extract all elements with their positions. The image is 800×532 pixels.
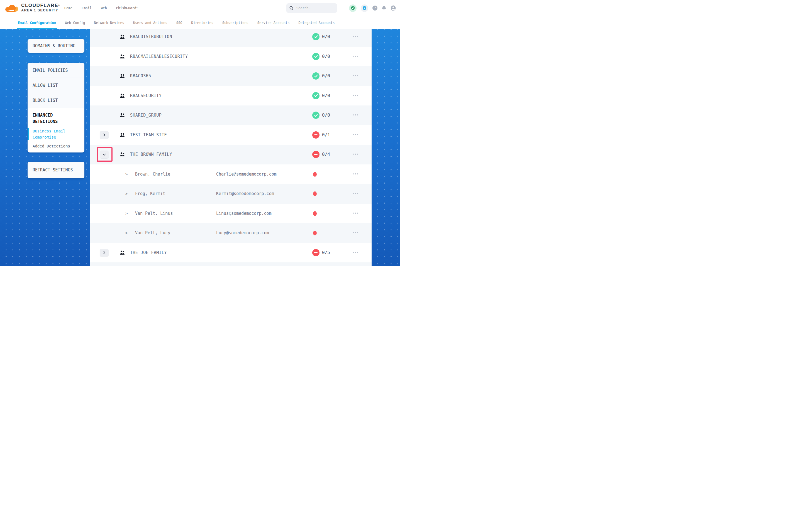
sidebar-item-allow-list[interactable]: ALLOW LIST [28,78,85,93]
group-people-icon [120,250,126,256]
nav-item-home[interactable]: Home [64,6,72,10]
sidebar-card-domains-routing: DOMAINS & ROUTING [28,39,85,53]
sidebar-item-email-policies[interactable]: EMAIL POLICIES [28,63,85,78]
row-actions-menu[interactable] [353,134,358,135]
row-actions-menu[interactable] [353,213,358,214]
member-name: Brown, Charlie [135,165,170,184]
right-background-panel [371,29,400,266]
status-pass-badge [312,112,320,119]
group-people-icon [120,133,126,138]
sidebar-card-policies: EMAIL POLICIES ALLOW LIST BLOCK LIST ENH… [28,63,85,152]
tab-subscriptions[interactable]: Subscriptions [222,16,249,29]
sidebar-item-business-email-compromise[interactable]: Business Email Compromise [28,128,69,140]
expand-group-button[interactable] [100,131,109,139]
group-people-icon [120,113,126,119]
member-email: Charlie@somedemocorp.com [216,165,277,184]
directory-list: RBACDISTRUBUTION0/0RBACMAILENABLESECURIT… [90,29,371,266]
search-input[interactable] [296,6,332,10]
search-box[interactable] [286,3,337,13]
row-actions-menu[interactable] [353,154,358,155]
detection-count: 0/0 [322,29,330,47]
row-actions-menu[interactable] [353,252,358,253]
status-fail-badge [312,249,320,256]
member-name: Frog, Kermit [135,184,165,204]
enhanced-detections-section: ENHANCED DETECTIONS Business Email Compr… [28,108,85,148]
nav-item-phishguard[interactable]: PhishGuard™ [116,6,138,10]
member-email: Linus@somedemocorp.com [216,204,272,224]
group-row: THE BROWN FAMILY0/4 [90,145,371,165]
cloudflare-cloud-icon [4,2,20,14]
tab-delegated-accounts[interactable]: Delegated Accounts [298,16,334,29]
status-pass-badge [312,33,320,40]
row-actions-menu[interactable] [353,232,358,233]
sidebar-item-block-list[interactable]: BLOCK LIST [28,93,85,108]
sidebar-item-retract-settings[interactable]: RETRACT SETTINGS [28,162,85,178]
sidebar-item-domains-routing[interactable]: DOMAINS & ROUTING [28,39,85,53]
member-name: Van Pelt, Linus [135,204,173,224]
member-expand-chevron[interactable]: > [125,165,128,184]
group-people-icon [120,74,126,80]
settings-gear-icon[interactable] [361,4,368,12]
member-email: Lucy@somedemocorp.com [216,223,269,243]
detection-count: 0/0 [322,106,330,125]
tab-service-accounts[interactable]: Service Accounts [257,16,290,29]
member-status-dot [313,231,317,235]
member-row: >Van Pelt, LinusLinus@somedemocorp.com [90,204,371,224]
member-row: >Van Pelt, LucyLucy@somedemocorp.com [90,223,371,243]
tab-sso[interactable]: SSO [176,16,182,29]
brand-subname: AREA 1 SECURITY [21,8,60,13]
detection-count: 0/0 [322,66,330,86]
nav-item-web[interactable]: Web [101,6,107,10]
group-row: SHARED_GROUP0/0 [90,106,371,125]
member-row: >Frog, KermitKermit@somedemocorp.com [90,184,371,204]
group-name: THE JOE FAMILY [130,243,167,263]
header-icon-group: ? [349,0,396,16]
left-sidebar: DOMAINS & ROUTING EMAIL POLICIES ALLOW L… [0,29,90,266]
status-fail-badge [312,151,320,158]
member-name: Van Pelt, Lucy [135,223,170,243]
row-actions-menu[interactable] [353,75,358,76]
tab-web-config[interactable]: Web Config [65,16,85,29]
cloudflare-logo: CLOUDFLARE® AREA 1 SECURITY [4,1,60,14]
member-status-dot [313,211,317,216]
group-name: RBACMAILENABLESECURITY [130,47,188,66]
tab-email-configuration[interactable]: Email Configuration [18,16,56,29]
help-icon[interactable]: ? [372,5,378,11]
sidebar-item-added-detections[interactable]: Added Detections [28,144,85,148]
tab-directories[interactable]: Directories [191,16,213,29]
user-account-icon[interactable] [390,5,396,11]
member-status-dot [313,191,317,196]
secondary-tab-bar: Email ConfigurationWeb ConfigNetwork Dev… [0,16,400,29]
shield-check-icon[interactable] [349,4,357,12]
member-expand-chevron[interactable]: > [125,184,128,204]
group-row: RBACO3650/0 [90,66,371,86]
sidebar-card-retract: RETRACT SETTINGS [28,162,85,178]
notifications-bell-icon[interactable] [382,5,386,11]
group-people-icon [120,152,126,158]
member-expand-chevron[interactable]: > [125,223,128,243]
group-name: THE BROWN FAMILY [130,145,172,165]
group-name: RBACO365 [130,66,151,86]
tab-network-devices[interactable]: Network Devices [94,16,124,29]
group-row: RBACSECURITY0/0 [90,86,371,106]
nav-item-email[interactable]: Email [81,6,92,10]
row-actions-menu[interactable] [353,173,358,174]
page: CLOUDFLARE® AREA 1 SECURITY Home Email W… [0,0,400,266]
row-actions-menu[interactable] [353,36,358,37]
member-expand-chevron[interactable]: > [125,204,128,224]
top-header: CLOUDFLARE® AREA 1 SECURITY Home Email W… [0,0,400,16]
row-actions-menu[interactable] [353,193,358,194]
detection-count: 0/4 [322,145,330,165]
tab-users-and-actions[interactable]: Users and Actions [133,16,167,29]
row-actions-menu[interactable] [353,114,358,115]
row-actions-menu[interactable] [353,95,358,96]
group-row: TEST TEAM SITE0/1 [90,125,371,145]
detection-count: 0/0 [322,47,330,66]
detection-count: 0/1 [322,125,330,145]
row-actions-menu[interactable] [353,56,358,57]
group-people-icon [120,94,126,99]
expand-group-button[interactable] [100,249,109,256]
group-name: TEST TEAM SITE [130,125,167,145]
collapse-group-button[interactable] [100,151,109,158]
group-people-icon [120,35,126,40]
